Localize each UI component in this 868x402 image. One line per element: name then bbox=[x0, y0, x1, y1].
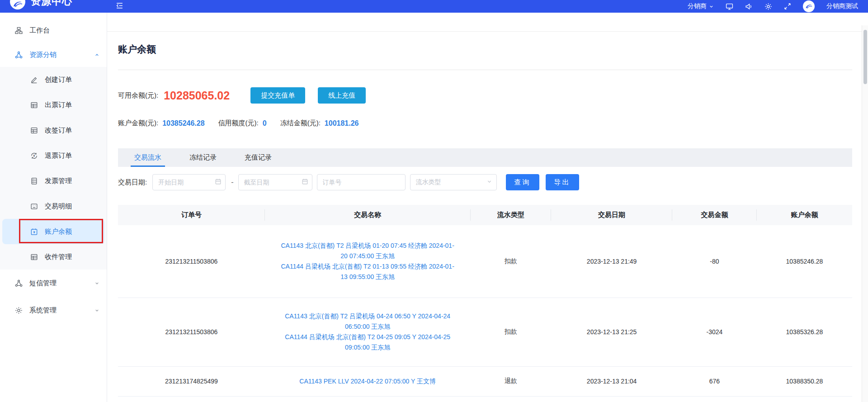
metric-label: 信用额度(元): bbox=[218, 119, 259, 128]
sidebar-item-创建订单[interactable]: 创建订单 bbox=[0, 67, 107, 92]
metric-value: 0 bbox=[263, 119, 267, 128]
available-balance-label: 可用余额(元): bbox=[118, 91, 158, 100]
megaphone-icon[interactable] bbox=[745, 3, 753, 10]
title-divider bbox=[118, 70, 852, 70]
cell-transaction-name: CA1143 北京(首都) T2 吕梁机场 01-20 07:45 经济舱 20… bbox=[265, 225, 471, 298]
sitemap-icon bbox=[15, 26, 23, 34]
cell-order-no: 231213211503806 bbox=[118, 298, 265, 366]
monitor-icon[interactable] bbox=[726, 3, 733, 10]
submit-recharge-button[interactable]: 提交充值单 bbox=[250, 87, 305, 104]
column-header-交易名称: 交易名称 bbox=[265, 205, 471, 225]
transaction-link[interactable]: CA1143 PEK LLV 2024-04-22 07:05:00 Y 王文博 bbox=[278, 376, 458, 387]
export-button[interactable]: 导出 bbox=[546, 174, 579, 190]
sidebar-item-收件管理[interactable]: 收件管理 bbox=[0, 244, 107, 270]
sidebar-item-label: 短信管理 bbox=[29, 279, 57, 288]
svg-text:¥: ¥ bbox=[33, 154, 35, 157]
scrollbar-thumb[interactable] bbox=[863, 30, 867, 84]
available-balance-row: 可用余额(元): 10285065.02 提交充值单 线上充值 bbox=[118, 87, 852, 104]
avatar[interactable] bbox=[803, 0, 815, 12]
cell-flow-type: 扣款 bbox=[471, 298, 552, 366]
detail-icon bbox=[30, 202, 38, 210]
sidebar-item-改签订单[interactable]: 改签订单 bbox=[0, 118, 107, 143]
sidebar-item-资源分销[interactable]: 资源分销 bbox=[0, 43, 107, 67]
cell-flow-type: 退款 bbox=[471, 366, 552, 396]
main-content: 账户余额 可用余额(元): 10285065.02 提交充值单 线上充值 账户金… bbox=[107, 13, 868, 402]
sidebar-item-label: 系统管理 bbox=[29, 306, 57, 315]
brand: 资源中心 bbox=[10, 0, 72, 9]
brand-title: 资源中心 bbox=[31, 0, 72, 8]
topbar: 资源中心 分销商 分销商测试 bbox=[0, 0, 868, 13]
share-nodes-icon bbox=[15, 51, 23, 59]
metric-account-amount: 账户金额(元): 10385246.28 bbox=[118, 119, 205, 128]
fullscreen-icon[interactable] bbox=[784, 3, 791, 10]
metric-label: 冻结金额(元): bbox=[280, 119, 321, 128]
tab-冻结记录[interactable]: 冻结记录 bbox=[189, 148, 217, 167]
query-button[interactable]: 查询 bbox=[506, 174, 539, 190]
sidebar-item-系统管理[interactable]: 系统管理 bbox=[0, 297, 107, 324]
sidebar-item-label: 交易明细 bbox=[45, 202, 72, 211]
cell-amount: 676 bbox=[672, 366, 757, 396]
column-header-账户余额: 账户余额 bbox=[757, 205, 852, 225]
chevron-down-icon bbox=[94, 281, 99, 286]
cell-flow-type: 扣款 bbox=[471, 225, 552, 298]
end-date-input[interactable] bbox=[238, 174, 312, 190]
cell-transaction-name: CA1143 北京(首都) T2 吕梁机场 04-24 06:50 Y 2024… bbox=[265, 298, 471, 366]
cell-balance: 10388350.28 bbox=[757, 366, 852, 396]
transaction-link[interactable]: CA1144 吕梁机场 北京(首都) T2 04-25 09:05 Y 2024… bbox=[278, 332, 458, 353]
role-label: 分销商 bbox=[688, 2, 707, 10]
sidebar-item-label: 创建订单 bbox=[45, 76, 72, 84]
cell-order-no: 231213211503806 bbox=[118, 225, 265, 298]
sidebar-item-交易明细[interactable]: 交易明细 bbox=[0, 194, 107, 219]
transaction-link[interactable]: CA1144 吕梁机场 北京(首都) T2 01-13 09:55 经济舱 20… bbox=[278, 261, 458, 282]
sidebar-item-label: 改签订单 bbox=[45, 126, 72, 135]
tab-充值记录[interactable]: 充值记录 bbox=[245, 148, 272, 167]
cell-date: 2023-12-13 21:49 bbox=[551, 225, 672, 298]
sidebar-item-工作台[interactable]: 工作台 bbox=[0, 18, 107, 43]
start-date-input[interactable] bbox=[152, 174, 226, 190]
grid-icon bbox=[30, 126, 38, 134]
account-metrics-row: 账户金额(元): 10385246.28 信用额度(元): 0 冻结金额(元):… bbox=[118, 119, 852, 128]
sidebar-submenu: 创建订单出票订单改签订单¥退票订单发票管理交易明细¥账户余额收件管理 bbox=[0, 67, 107, 270]
flow-type-select[interactable]: 流水类型 bbox=[410, 174, 497, 190]
share-nodes-icon bbox=[15, 279, 23, 287]
transaction-link[interactable]: CA1143 北京(首都) T2 吕梁机场 04-24 06:50 Y 2024… bbox=[278, 311, 458, 332]
tabbar: 交易流水冻结记录充值记录 bbox=[118, 148, 852, 167]
sidebar-item-发票管理[interactable]: 发票管理 bbox=[0, 168, 107, 194]
gear-icon[interactable] bbox=[764, 3, 772, 10]
role-dropdown[interactable]: 分销商 bbox=[688, 2, 714, 10]
sidebar-item-label: 发票管理 bbox=[45, 177, 72, 185]
sidebar-item-账户余额[interactable]: ¥账户余额 bbox=[2, 219, 104, 244]
balance-icon: ¥ bbox=[30, 227, 38, 236]
cell-balance: 10385246.28 bbox=[757, 225, 852, 298]
svg-text:¥: ¥ bbox=[33, 230, 35, 234]
order-number-input[interactable] bbox=[317, 174, 406, 190]
sidebar-item-label: 收件管理 bbox=[45, 253, 72, 261]
sidebar-item-短信管理[interactable]: 短信管理 bbox=[0, 270, 107, 297]
gear-icon bbox=[15, 306, 23, 314]
brand-logo-icon bbox=[10, 0, 25, 9]
transactions-table: 订单号交易名称流水类型交易日期交易金额账户余额 231213211503806C… bbox=[118, 205, 852, 397]
chevron-up-icon bbox=[94, 52, 99, 57]
cell-order-no: 231213174825499 bbox=[118, 366, 265, 396]
chevron-down-icon bbox=[486, 179, 492, 184]
menu-fold-icon[interactable] bbox=[116, 2, 123, 9]
available-balance-value: 10285065.02 bbox=[164, 89, 230, 102]
sidebar-item-label: 账户余额 bbox=[45, 227, 72, 236]
cell-balance: 10385326.28 bbox=[757, 298, 852, 366]
column-header-交易日期: 交易日期 bbox=[551, 205, 672, 225]
sidebar-item-label: 出票订单 bbox=[45, 101, 72, 109]
scrollbar-track bbox=[862, 25, 868, 402]
metric-frozen-amount: 冻结金额(元): 100181.26 bbox=[280, 119, 359, 128]
date-filter-label: 交易日期: bbox=[118, 178, 147, 187]
metric-value: 10385246.28 bbox=[162, 119, 204, 128]
cell-amount: -3024 bbox=[672, 298, 757, 366]
sidebar-item-label: 工作台 bbox=[29, 26, 50, 35]
username[interactable]: 分销商测试 bbox=[826, 2, 858, 10]
sidebar-item-退票订单[interactable]: ¥退票订单 bbox=[0, 143, 107, 168]
metric-credit-limit: 信用额度(元): 0 bbox=[218, 119, 267, 128]
sidebar-item-出票订单[interactable]: 出票订单 bbox=[0, 92, 107, 118]
tab-交易流水[interactable]: 交易流水 bbox=[134, 148, 161, 167]
online-recharge-button[interactable]: 线上充值 bbox=[318, 87, 366, 104]
transaction-link[interactable]: CA1143 北京(首都) T2 吕梁机场 01-20 07:45 经济舱 20… bbox=[278, 241, 458, 261]
main-top-strip bbox=[107, 13, 868, 32]
